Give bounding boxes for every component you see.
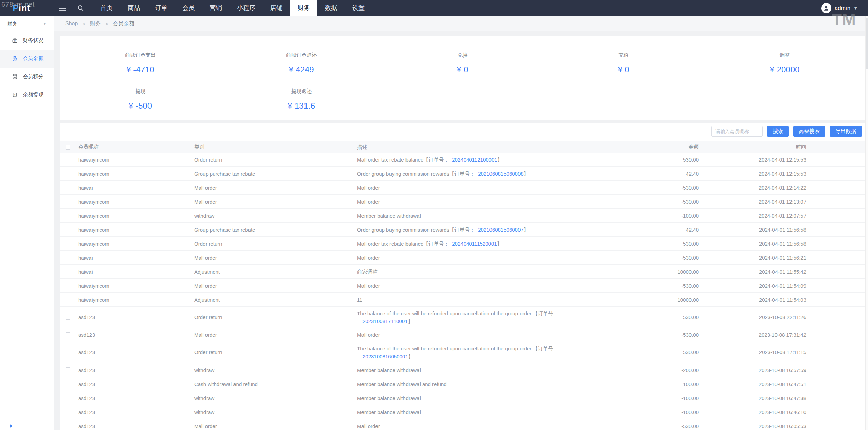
row-nickname: asd123	[70, 381, 194, 387]
breadcrumb-item-shop[interactable]: Shop	[65, 20, 78, 27]
table-row: haiwaiymcomAdjustment1110000.002024-04-0…	[60, 293, 865, 307]
row-checkbox[interactable]	[66, 367, 70, 372]
row-checkbox[interactable]	[66, 315, 70, 320]
row-amount: -100.00	[640, 409, 699, 415]
top-nav: Pint 首页商品订单会员营销小程序店铺财务数据设置 admin ▼	[0, 0, 868, 16]
row-checkbox[interactable]	[66, 332, 70, 337]
row-checkbox[interactable]	[66, 171, 70, 176]
order-number-link[interactable]: 2024040111520001	[452, 241, 497, 247]
row-checkbox[interactable]	[66, 185, 70, 190]
row-amount: 530.00	[640, 349, 699, 355]
header-amount: 金额	[640, 144, 699, 150]
breadcrumb-item-current: 会员余额	[113, 20, 134, 27]
row-checkbox[interactable]	[66, 227, 70, 232]
table-row: asd123withdrawMember balance withdrawal-…	[60, 363, 865, 377]
avatar	[821, 3, 831, 13]
table-row: asd123withdrawMember balance withdrawal-…	[60, 391, 865, 405]
row-amount: 530.00	[640, 314, 699, 320]
nav-item[interactable]: 会员	[175, 0, 202, 16]
row-time: 2023-10-08 16:46:10	[699, 409, 806, 415]
row-description: 商家调整	[357, 268, 640, 275]
row-amount: -200.00	[640, 367, 699, 373]
nav-item[interactable]: 小程序	[229, 0, 263, 16]
nav-item[interactable]: 店铺	[263, 0, 290, 16]
sidebar-item[interactable]: ¥财务状况	[0, 31, 54, 50]
row-description: Mall order	[357, 184, 640, 191]
nav-item[interactable]: 财务	[290, 0, 317, 16]
stat-label: 商城订单支出	[60, 52, 221, 58]
search-icon[interactable]	[72, 0, 89, 16]
row-nickname: asd123	[70, 314, 194, 320]
row-nickname: asd123	[70, 349, 194, 355]
row-checkbox[interactable]	[66, 297, 70, 302]
svg-text:¥: ¥	[14, 40, 16, 42]
row-amount: -100.00	[640, 395, 699, 401]
breadcrumb-item-finance[interactable]: 财务	[90, 20, 101, 27]
row-nickname: haiwaiymcom	[70, 283, 194, 289]
nav-item[interactable]: 营销	[202, 0, 229, 16]
sidebar-header[interactable]: 财务 ▼	[0, 16, 54, 31]
row-time: 2024-04-01 11:56:58	[699, 241, 806, 247]
order-number-link[interactable]: 2023100817110001	[362, 318, 408, 324]
table-row: haiwaiymcomGroup purchase tax rebateOrde…	[60, 223, 865, 237]
table-row: haiwaiymcomMall orderMall order-530.0020…	[60, 279, 865, 293]
row-checkbox[interactable]	[66, 199, 70, 204]
order-number-link[interactable]: 2021060815060007	[478, 227, 523, 233]
row-description: Mall order	[357, 422, 640, 430]
row-checkbox[interactable]	[66, 283, 70, 288]
scrollbar-thumb[interactable]	[866, 18, 868, 69]
row-category: Mall order	[194, 185, 357, 191]
row-description: The balance of the user will be refunded…	[357, 345, 640, 360]
nav-item[interactable]: 订单	[147, 0, 175, 16]
order-number-link[interactable]: 2021060815060008	[478, 171, 523, 177]
table-row: haiwaiymcomMall orderMall order-530.0020…	[60, 195, 865, 209]
table-header: 会员昵称 类别 描述 金额 时间	[60, 141, 865, 153]
corner-arrow-icon[interactable]	[10, 424, 13, 428]
row-description: Mall order tax rebate balance【订单号：202404…	[357, 156, 640, 163]
row-checkbox[interactable]	[66, 382, 70, 386]
sidebar-item[interactable]: ¥会员余额	[0, 50, 54, 68]
sidebar-item[interactable]: 会员积分	[0, 68, 54, 86]
advanced-search-button[interactable]: 高级搜索	[793, 126, 825, 137]
search-button[interactable]: 搜索	[767, 126, 789, 137]
row-category: Mall order	[194, 283, 357, 289]
row-category: Order return	[194, 241, 357, 247]
row-description: Mall order	[357, 331, 640, 338]
row-time: 2023-10-08 17:11:15	[699, 349, 806, 355]
row-time: 2024-04-01 11:54:03	[699, 297, 806, 303]
order-number-link[interactable]: 2024040112100001	[452, 157, 497, 163]
table-row: asd123Order returnThe balance of the use…	[60, 307, 865, 328]
row-description: Mall order tax rebate balance【订单号：202404…	[357, 240, 640, 247]
export-data-button[interactable]: 导出数据	[830, 126, 862, 137]
nav-item[interactable]: 数据	[317, 0, 345, 16]
sidebar-item[interactable]: ¥余额提现	[0, 86, 54, 104]
row-checkbox[interactable]	[66, 350, 70, 355]
hamburger-menu-icon[interactable]	[54, 0, 72, 16]
stat-label: 提现退还	[221, 88, 382, 95]
header-time: 时间	[699, 144, 806, 150]
row-category: withdraw	[194, 367, 357, 373]
stat-value: ¥ 131.6	[221, 101, 382, 111]
stat-label: 兑换	[382, 52, 543, 58]
order-number-link[interactable]: 2023100816050001	[362, 353, 408, 359]
row-category: Order return	[194, 314, 357, 320]
nav-item[interactable]: 首页	[93, 0, 120, 16]
row-checkbox[interactable]	[66, 255, 70, 260]
row-checkbox[interactable]	[66, 213, 70, 218]
row-checkbox[interactable]	[66, 396, 70, 400]
row-checkbox[interactable]	[66, 241, 70, 246]
row-amount: -100.00	[640, 213, 699, 219]
search-input[interactable]	[711, 126, 763, 137]
table-row: haiwaiAdjustment商家调整10000.002024-04-01 1…	[60, 265, 865, 279]
row-checkbox[interactable]	[66, 424, 70, 428]
nav-item[interactable]: 设置	[345, 0, 372, 16]
select-all-checkbox[interactable]	[66, 145, 70, 150]
row-description: Mall order	[357, 282, 640, 289]
row-checkbox[interactable]	[66, 157, 70, 162]
row-checkbox[interactable]	[66, 269, 70, 274]
row-checkbox[interactable]	[66, 410, 70, 414]
table-row: asd123Mall orderMall order-530.002023-10…	[60, 328, 865, 342]
row-category: Mall order	[194, 199, 357, 205]
nav-item[interactable]: 商品	[120, 0, 147, 16]
scrollbar[interactable]	[865, 16, 868, 430]
